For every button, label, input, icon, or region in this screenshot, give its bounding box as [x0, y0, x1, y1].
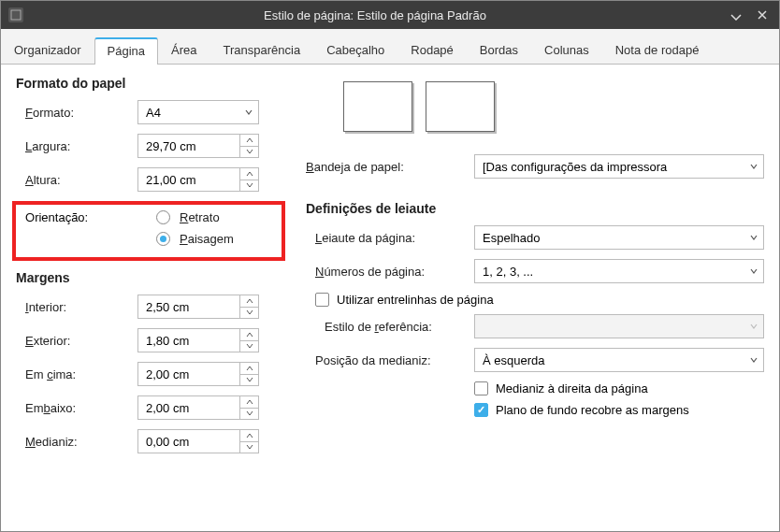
- tab-bar: Organizador Página Área Transparência Ca…: [1, 29, 779, 65]
- orientation-highlight: Orientação: Retrato Paisagem: [12, 201, 285, 261]
- format-select[interactable]: A4: [137, 100, 259, 124]
- gutter-step-up[interactable]: [240, 430, 258, 442]
- inner-spinner[interactable]: 2,50 cm: [137, 295, 259, 319]
- gutter-pos-select[interactable]: À esquerda: [474, 348, 764, 372]
- width-label: Largura:: [16, 139, 137, 153]
- gutter-right-label[interactable]: Medianiz à direita da página: [496, 381, 648, 395]
- chevron-down-icon: [245, 108, 253, 116]
- bottom-spinner[interactable]: 2,00 cm: [137, 395, 259, 420]
- page-layout-value: Espelhado: [483, 231, 540, 245]
- tray-label: Bandeja de papel:: [306, 160, 474, 174]
- gutter-right-checkbox[interactable]: [474, 381, 488, 395]
- tab-nota[interactable]: Nota de rodapé: [602, 36, 713, 64]
- top-step-up[interactable]: [240, 363, 258, 375]
- height-label: Altura:: [16, 173, 137, 187]
- bottom-step-down[interactable]: [240, 409, 258, 420]
- gutter-label: Medianiz:: [16, 435, 137, 449]
- window-title: Estilo de página: Estilo de página Padrã…: [31, 8, 719, 22]
- height-step-down[interactable]: [240, 180, 258, 192]
- inner-step-up[interactable]: [240, 295, 258, 308]
- outer-step-down[interactable]: [240, 341, 258, 352]
- tab-cabecalho[interactable]: Cabeçalho: [313, 36, 397, 64]
- titlebar: Estilo de página: Estilo de página Padrã…: [1, 1, 779, 29]
- format-value: A4: [146, 106, 161, 120]
- page-preview: [343, 81, 764, 132]
- width-value: 29,70 cm: [146, 139, 195, 153]
- minimize-button[interactable]: [727, 6, 745, 24]
- tab-transparencia[interactable]: Transparência: [210, 36, 314, 64]
- tab-rodape[interactable]: Rodapé: [397, 36, 467, 64]
- chevron-down-icon: [750, 356, 758, 364]
- tab-bordas[interactable]: Bordas: [467, 36, 531, 64]
- chevron-down-icon: [750, 163, 758, 170]
- gutter-spinner[interactable]: 0,00 cm: [137, 429, 259, 453]
- orientation-label: Orientação:: [25, 210, 147, 224]
- chevron-down-icon: [750, 323, 758, 330]
- height-value: 21,00 cm: [146, 173, 195, 187]
- gutter-step-down[interactable]: [240, 442, 258, 453]
- height-spinner[interactable]: 21,00 cm: [137, 167, 259, 192]
- bg-cover-checkbox[interactable]: [474, 403, 488, 417]
- tab-pagina[interactable]: Página: [94, 37, 158, 65]
- register-label[interactable]: Utilizar entrelinhas de página: [337, 293, 494, 307]
- numbers-value: 1, 2, 3, ...: [483, 265, 533, 279]
- inner-label: Interior:: [16, 300, 137, 314]
- tray-value: [Das configurações da impressora: [483, 160, 667, 174]
- tab-organizador[interactable]: Organizador: [1, 36, 94, 64]
- outer-value: 1,80 cm: [146, 334, 189, 348]
- preview-left-page: [343, 81, 412, 132]
- gutter-pos-value: À esquerda: [483, 353, 545, 367]
- register-checkbox[interactable]: [315, 293, 329, 307]
- top-step-down[interactable]: [240, 375, 258, 386]
- bottom-label: Embaixo:: [16, 401, 137, 415]
- preview-right-page: [426, 81, 495, 132]
- page-layout-select[interactable]: Espelhado: [474, 225, 764, 250]
- outer-spinner[interactable]: 1,80 cm: [137, 328, 259, 352]
- landscape-label[interactable]: Paisagem: [180, 232, 234, 246]
- gutter-value: 0,00 cm: [146, 435, 189, 449]
- width-step-down[interactable]: [240, 147, 258, 158]
- bottom-value: 2,00 cm: [146, 401, 189, 415]
- tab-area[interactable]: Área: [158, 36, 209, 64]
- numbers-label: Números de página:: [306, 265, 474, 279]
- outer-label: Exterior:: [16, 334, 137, 348]
- app-icon: [8, 7, 23, 22]
- ref-style-select: [474, 314, 764, 338]
- tray-select[interactable]: [Das configurações da impressora: [474, 154, 764, 179]
- inner-step-down[interactable]: [240, 308, 258, 319]
- top-label: Em cima:: [16, 367, 137, 381]
- gutter-pos-label: Posição da medianiz:: [306, 353, 474, 367]
- portrait-radio[interactable]: [156, 210, 170, 224]
- format-label: Formato:: [16, 106, 137, 120]
- bottom-step-up[interactable]: [240, 396, 258, 409]
- width-spinner[interactable]: 29,70 cm: [137, 134, 259, 158]
- width-step-up[interactable]: [240, 135, 258, 147]
- chevron-down-icon: [750, 267, 758, 275]
- top-spinner[interactable]: 2,00 cm: [137, 362, 259, 386]
- top-value: 2,00 cm: [146, 367, 189, 381]
- svg-rect-0: [11, 10, 21, 20]
- paper-section-title: Formato do papel: [16, 76, 278, 91]
- bg-cover-label[interactable]: Plano de fundo recobre as margens: [496, 403, 689, 417]
- height-step-up[interactable]: [240, 168, 258, 180]
- layout-section-title: Definições de leiaute: [306, 201, 764, 216]
- margins-section-title: Margens: [16, 270, 278, 285]
- landscape-radio[interactable]: [156, 232, 170, 246]
- chevron-down-icon: [750, 234, 758, 241]
- portrait-label[interactable]: Retrato: [180, 210, 220, 224]
- ref-style-label: Estilo de referência:: [306, 320, 474, 334]
- inner-value: 2,50 cm: [146, 300, 189, 314]
- tab-colunas[interactable]: Colunas: [531, 36, 602, 64]
- close-button[interactable]: [753, 6, 772, 24]
- outer-step-up[interactable]: [240, 329, 258, 341]
- numbers-select[interactable]: 1, 2, 3, ...: [474, 259, 764, 283]
- page-layout-label: Leiaute da página:: [306, 231, 474, 245]
